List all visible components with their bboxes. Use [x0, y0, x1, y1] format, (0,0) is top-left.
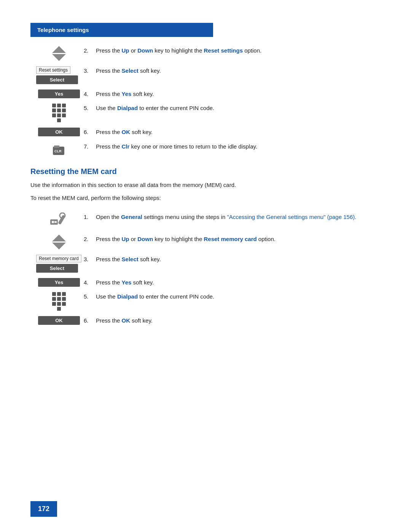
svg-rect-2	[54, 145, 59, 148]
step-text-2-4: Press the Yes soft key.	[96, 278, 381, 287]
step-text-2-1: Open the General settings menu using the…	[96, 212, 381, 221]
section1-steps: 2. Press the Up or Down key to highlight…	[34, 46, 381, 156]
step-icon-dialpad1	[34, 104, 84, 122]
step-icon-nav2	[34, 235, 84, 249]
step-num-7: 7.	[84, 142, 96, 150]
dialpad-highlight-1: Dialpad	[117, 105, 138, 111]
step-num-2-4: 4.	[84, 278, 96, 286]
step-text-6: Press the OK soft key.	[96, 128, 381, 136]
step-icon-yes2: Yes	[34, 278, 84, 287]
step-2-3: Reset memory card Select 3. Press the Se…	[34, 255, 381, 273]
step-num-5: 5.	[84, 104, 96, 111]
nav-arrows-icon	[52, 46, 66, 61]
section2-intro1: Use the information in this section to e…	[30, 181, 289, 190]
yes-highlight-1: Yes	[122, 91, 132, 97]
step-1-4: Yes 4. Press the Yes soft key.	[34, 89, 381, 98]
svg-text:CLR: CLR	[54, 149, 62, 153]
yes-highlight-2: Yes	[122, 279, 132, 286]
step-text-5: Use the Dialpad to enter the current PIN…	[96, 104, 381, 112]
svg-rect-7	[54, 221, 57, 223]
step-text-7: Press the Clr key one or more times to r…	[96, 142, 381, 151]
step-text-2-6: Press the OK soft key.	[96, 316, 381, 325]
step-2-5: 5. Use the Dialpad to enter the current …	[34, 292, 381, 311]
reset-settings-highlight: Reset settings	[204, 47, 243, 54]
section-header-title: Telephone settings	[37, 27, 89, 33]
step-1-7: CLR 7. Press the Clr key one or more tim…	[34, 142, 381, 156]
clr-key-icon: CLR	[52, 142, 66, 156]
svg-point-6	[52, 221, 54, 223]
step-icon-ok2: OK	[34, 316, 84, 325]
step-num-6: 6.	[84, 128, 96, 135]
step-icon-nav1	[34, 46, 84, 61]
step-icon-yes1: Yes	[34, 89, 84, 98]
step-icon-wrench	[34, 212, 84, 229]
reset-settings-label: Reset settings	[36, 66, 70, 74]
step-text-4: Press the Yes soft key.	[96, 89, 381, 98]
down-highlight-2: Down	[137, 236, 153, 242]
section2-intro2: To reset the MEM card, perform the follo…	[30, 193, 289, 203]
step-1-6: OK 6. Press the OK soft key.	[34, 128, 381, 136]
ok-highlight-2: OK	[122, 317, 131, 324]
clr-highlight-1: Clr	[122, 143, 130, 150]
section-header: Telephone settings	[30, 23, 213, 37]
section2-title: Resetting the MEM card	[30, 167, 381, 176]
dialpad-icon-1	[52, 104, 66, 122]
step-icon-dialpad2	[34, 292, 84, 311]
dialpad-icon-2	[52, 292, 66, 311]
step-icon-ok1: OK	[34, 128, 84, 136]
step-1-3: Reset settings Select 3. Press the Selec…	[34, 66, 381, 84]
step-num-2-3: 3.	[84, 255, 96, 262]
step-2-4: Yes 4. Press the Yes soft key.	[34, 278, 381, 287]
step-text-2: Press the Up or Down key to highlight th…	[96, 46, 381, 55]
select-button-1[interactable]: Select	[36, 75, 78, 84]
step-num-3: 3.	[84, 66, 96, 74]
step-2-1: 1. Open the General settings menu using …	[34, 212, 381, 229]
wrench-settings-icon	[49, 212, 68, 229]
ok-button-2[interactable]: OK	[38, 316, 80, 325]
arrow-down-icon-2	[52, 243, 66, 249]
step-text-2-5: Use the Dialpad to enter the current PIN…	[96, 292, 381, 301]
step-2-6: OK 6. Press the OK soft key.	[34, 316, 381, 325]
select-highlight-1: Select	[122, 67, 139, 74]
step-num-2-6: 6.	[84, 316, 96, 324]
step-icon-clr1: CLR	[34, 142, 84, 156]
step-num-2-1: 1.	[84, 212, 96, 220]
reset-memory-highlight: Reset memory card	[204, 236, 256, 242]
section2-steps: 1. Open the General settings menu using …	[34, 212, 381, 325]
yes-button-2[interactable]: Yes	[38, 278, 80, 287]
arrow-down-icon	[52, 54, 66, 61]
select-highlight-2: Select	[122, 256, 139, 262]
page-number: 172	[30, 501, 57, 517]
step-2-2: 2. Press the Up or Down key to highlight…	[34, 235, 381, 249]
svg-rect-3	[58, 214, 65, 225]
step-num-2-2: 2.	[84, 235, 96, 242]
general-highlight: General	[121, 214, 142, 220]
accessing-link[interactable]: "Accessing the General settings menu" (p…	[227, 214, 356, 220]
select-button-2[interactable]: Select	[36, 264, 78, 273]
step-icon-select2: Reset memory card Select	[34, 255, 84, 273]
step-1-5: 5. Use the Dialpad to enter the current …	[34, 104, 381, 122]
yes-button-1[interactable]: Yes	[38, 89, 80, 98]
up-highlight: Up	[122, 47, 129, 54]
ok-highlight-1: OK	[122, 129, 131, 135]
ok-button-1[interactable]: OK	[38, 128, 80, 136]
down-highlight: Down	[137, 47, 153, 54]
arrow-up-icon	[52, 46, 66, 53]
step-text-2-3: Press the Select soft key.	[96, 255, 381, 264]
step-1-2: 2. Press the Up or Down key to highlight…	[34, 46, 381, 61]
reset-settings-group: Reset settings Select	[36, 66, 82, 84]
dialpad-highlight-2: Dialpad	[117, 293, 138, 300]
arrow-up-icon-2	[52, 235, 66, 241]
step-text-3: Press the Select soft key.	[96, 66, 381, 75]
step-num-2: 2.	[84, 46, 96, 54]
reset-memory-group: Reset memory card Select	[36, 255, 82, 273]
step-text-2-2: Press the Up or Down key to highlight th…	[96, 235, 381, 243]
up-highlight-2: Up	[122, 236, 129, 242]
step-icon-select1: Reset settings Select	[34, 66, 84, 84]
reset-memory-label: Reset memory card	[36, 255, 81, 262]
step-num-4: 4.	[84, 89, 96, 97]
nav-arrows-icon-2	[52, 235, 66, 249]
step-num-2-5: 5.	[84, 292, 96, 300]
